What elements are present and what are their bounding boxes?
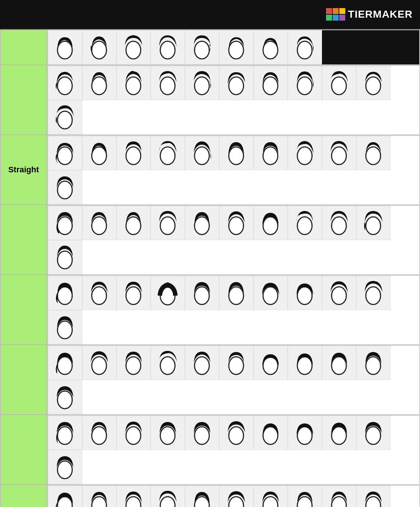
list-item[interactable] (116, 416, 151, 450)
list-item[interactable] (185, 136, 219, 170)
logo-cell (339, 15, 345, 21)
list-item[interactable] (116, 346, 151, 380)
list-item[interactable] (253, 346, 288, 380)
list-item[interactable] (185, 346, 219, 380)
list-item[interactable] (185, 66, 219, 100)
list-item[interactable] (219, 486, 253, 507)
svg-point-5 (229, 41, 244, 59)
list-item[interactable] (253, 66, 288, 100)
list-item[interactable] (356, 416, 391, 450)
list-item[interactable] (322, 66, 356, 100)
list-item[interactable] (185, 486, 219, 507)
list-item[interactable] (185, 416, 219, 450)
list-item[interactable] (253, 136, 288, 170)
straight-label-6 (0, 345, 47, 415)
list-item[interactable] (219, 346, 253, 380)
list-item[interactable] (48, 276, 82, 310)
list-item[interactable] (48, 450, 82, 484)
list-item[interactable] (48, 416, 82, 450)
list-item[interactable] (116, 276, 151, 310)
list-item[interactable] (356, 136, 391, 170)
list-item[interactable] (48, 30, 82, 64)
list-item[interactable] (151, 206, 185, 240)
list-item[interactable] (253, 416, 288, 450)
list-item[interactable] (322, 486, 356, 507)
svg-point-65 (126, 427, 141, 444)
list-item[interactable] (48, 100, 82, 134)
list-item[interactable] (356, 276, 391, 310)
list-item[interactable] (151, 416, 185, 450)
list-item[interactable] (356, 206, 391, 240)
list-item[interactable] (185, 30, 219, 64)
svg-point-54 (126, 357, 141, 374)
list-item[interactable] (116, 136, 151, 170)
list-item[interactable] (82, 486, 116, 507)
list-item[interactable] (219, 276, 253, 310)
list-item[interactable] (356, 486, 391, 507)
svg-point-64 (92, 427, 106, 444)
list-item[interactable] (219, 206, 253, 240)
list-item[interactable] (151, 486, 185, 507)
svg-point-42 (92, 287, 106, 304)
list-item[interactable] (151, 30, 185, 64)
list-item[interactable] (219, 66, 253, 100)
straight-row-3: Straight (0, 135, 420, 205)
list-item[interactable] (288, 346, 322, 380)
svg-point-81 (297, 497, 312, 507)
list-item[interactable] (253, 206, 288, 240)
list-item[interactable] (116, 66, 151, 100)
list-item[interactable] (288, 30, 322, 64)
list-item[interactable] (82, 66, 116, 100)
list-item[interactable] (322, 136, 356, 170)
list-item[interactable] (48, 66, 82, 100)
list-item[interactable] (82, 276, 116, 310)
list-item[interactable] (48, 346, 82, 380)
list-item[interactable] (82, 136, 116, 170)
list-item[interactable] (288, 206, 322, 240)
straight-label-5 (0, 275, 47, 345)
list-item[interactable] (219, 30, 253, 64)
straight-content-row6 (47, 345, 420, 415)
list-item[interactable] (116, 30, 151, 64)
list-item[interactable] (288, 276, 322, 310)
list-item[interactable] (288, 416, 322, 450)
list-item[interactable] (322, 416, 356, 450)
svg-point-62 (57, 391, 72, 409)
list-item[interactable] (356, 66, 391, 100)
list-item[interactable] (151, 66, 185, 100)
list-item[interactable] (253, 486, 288, 507)
list-item[interactable] (185, 206, 219, 240)
list-item[interactable] (48, 240, 82, 274)
list-item[interactable] (322, 206, 356, 240)
list-item[interactable] (48, 136, 82, 170)
logo-grid (326, 8, 345, 21)
list-item[interactable] (253, 276, 288, 310)
list-item[interactable] (48, 170, 82, 204)
list-item[interactable] (116, 486, 151, 507)
list-item[interactable] (253, 30, 288, 64)
list-item[interactable] (48, 310, 82, 344)
list-item[interactable] (219, 136, 253, 170)
list-item[interactable] (48, 380, 82, 414)
list-item[interactable] (82, 346, 116, 380)
list-item[interactable] (48, 206, 82, 240)
list-item[interactable] (116, 206, 151, 240)
list-item[interactable] (151, 136, 185, 170)
list-item[interactable] (48, 486, 82, 507)
list-item[interactable] (322, 346, 356, 380)
list-item[interactable] (82, 206, 116, 240)
list-item[interactable] (82, 30, 116, 64)
list-item[interactable] (185, 276, 219, 310)
list-item[interactable] (288, 66, 322, 100)
list-item[interactable] (219, 416, 253, 450)
svg-point-29 (57, 181, 72, 199)
list-item[interactable] (151, 276, 185, 310)
list-item[interactable] (82, 416, 116, 450)
list-item[interactable] (288, 136, 322, 170)
list-item[interactable] (322, 276, 356, 310)
straight-tier-label: Straight (8, 165, 39, 175)
svg-point-68 (229, 427, 244, 444)
list-item[interactable] (288, 486, 322, 507)
list-item[interactable] (356, 346, 391, 380)
list-item[interactable] (151, 346, 185, 380)
